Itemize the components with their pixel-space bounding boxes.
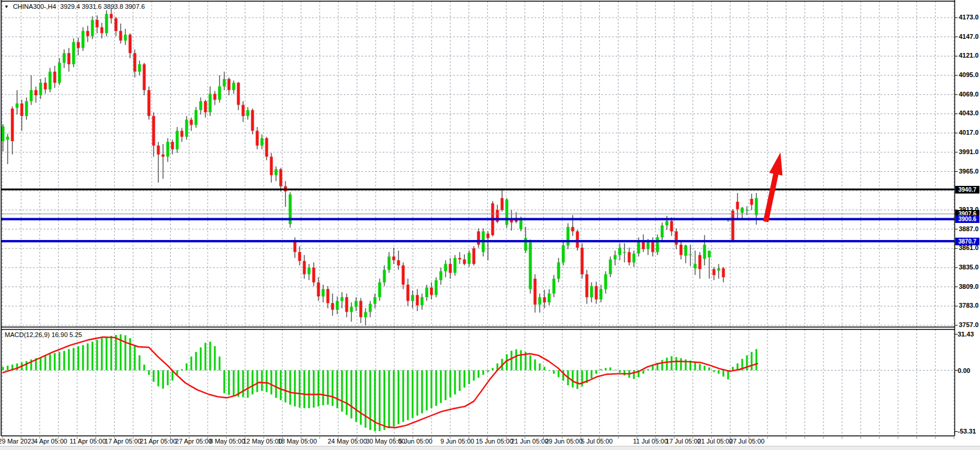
candle-body	[152, 116, 155, 145]
macd-bar	[723, 371, 725, 377]
macd-bar	[299, 371, 301, 408]
candle-body	[171, 142, 174, 149]
candle-body	[129, 35, 132, 53]
macd-bar	[365, 371, 367, 428]
candle-body	[185, 120, 188, 137]
macd-bar	[271, 371, 273, 395]
candle-body	[49, 72, 52, 89]
macd-bar	[582, 371, 583, 386]
date-axis-label: 24 May 05:00	[328, 438, 367, 445]
macd-bar	[252, 371, 254, 395]
macd-bar	[73, 348, 75, 371]
macd-bar	[445, 371, 447, 401]
candle-body	[228, 79, 231, 90]
candle-body	[360, 301, 363, 318]
macd-bar	[469, 371, 470, 384]
macd-bar	[440, 371, 442, 404]
macd-bar	[732, 367, 734, 371]
macd-bar	[539, 364, 541, 371]
macd-bar	[756, 349, 758, 370]
candle-body	[313, 268, 315, 282]
candle-body	[454, 258, 457, 273]
candle-body	[600, 289, 603, 299]
macd-bar	[214, 346, 216, 371]
macd-bar	[591, 371, 593, 379]
macd-bar	[596, 371, 597, 374]
macd-bar	[290, 371, 291, 405]
candle-body	[543, 297, 546, 302]
candle-body	[477, 231, 480, 245]
trading-chart-window: ▼ CHINA300-,H4 3929.4 3931.6 3893.8 3907…	[0, 0, 980, 450]
macd-bar	[718, 371, 720, 374]
macd-bar	[64, 351, 65, 370]
candle-body	[586, 274, 589, 297]
candle-body	[232, 83, 235, 91]
macd-bar	[92, 342, 94, 371]
macd-bar	[318, 371, 320, 406]
candle-body	[717, 268, 720, 271]
candle-body	[393, 256, 396, 260]
macd-bar	[600, 369, 602, 371]
macd-bar	[384, 371, 386, 430]
candle-body	[609, 259, 612, 274]
candle-body	[96, 20, 99, 28]
macd-bar	[162, 371, 164, 389]
date-axis-label: 29 Jun 05:00	[545, 438, 583, 445]
candle-body	[713, 269, 716, 275]
candle-body	[195, 110, 198, 125]
macd-bar	[101, 338, 103, 371]
macd-bar	[332, 371, 334, 406]
candle-body	[652, 242, 655, 252]
macd-histogram	[2, 334, 758, 431]
macd-bar	[313, 371, 315, 408]
candle-body	[143, 64, 146, 90]
candle-body	[487, 234, 490, 238]
macd-bar	[436, 371, 437, 406]
candle-body	[270, 156, 273, 175]
macd-axis-label: 0.00	[958, 367, 970, 374]
symbol-dropdown-icon[interactable]: ▼	[4, 4, 9, 9]
candle-body	[223, 79, 226, 86]
candle-body	[539, 297, 542, 305]
chart-canvas[interactable]	[0, 0, 980, 450]
macd-bar	[351, 371, 353, 419]
candle-body	[242, 105, 245, 116]
candle-body	[680, 245, 683, 255]
candle-body	[595, 286, 598, 299]
macd-bar	[40, 357, 42, 370]
macd-bar	[210, 342, 211, 371]
macd-bar	[134, 345, 136, 371]
macd-bar	[153, 371, 155, 382]
date-axis-label: 11 Apr 05:00	[69, 438, 106, 445]
macd-bar	[506, 354, 508, 370]
macd-bar	[511, 351, 513, 370]
candle-body	[105, 14, 108, 34]
date-axis-label: 21 Jun 05:00	[511, 438, 549, 445]
price-axis-label: 4043.0	[959, 109, 979, 116]
candle-body	[209, 94, 212, 112]
macd-bar	[417, 371, 418, 416]
candle-body	[336, 301, 339, 310]
macd-bar	[16, 364, 18, 371]
candle-body	[303, 261, 306, 275]
price-axis-label: 3965.0	[959, 168, 979, 175]
candle-body	[402, 265, 405, 285]
candle-body	[378, 282, 381, 297]
macd-bar	[106, 337, 108, 371]
date-axis-label: 21 Apr 05:00	[140, 438, 177, 445]
macd-bar	[751, 352, 753, 370]
candle-body	[397, 260, 400, 265]
candle-body	[101, 27, 104, 33]
date-axis-label: 9 Jun 05:00	[440, 438, 474, 445]
macd-bar	[78, 346, 79, 371]
macd-bar	[572, 371, 574, 388]
date-axis-label: 17 Jul 05:00	[666, 438, 701, 445]
macd-bar	[464, 371, 466, 388]
date-axis-label: 27 Apr 05:00	[175, 438, 212, 445]
candle-body	[115, 18, 118, 31]
ohlc-readout: 3929.4 3931.6 3893.8 3907.6	[60, 3, 145, 10]
date-axis-label: 8 May 05:00	[210, 438, 245, 445]
candle-body	[670, 221, 673, 232]
candle-body	[750, 199, 753, 205]
macd-bar	[662, 360, 663, 371]
